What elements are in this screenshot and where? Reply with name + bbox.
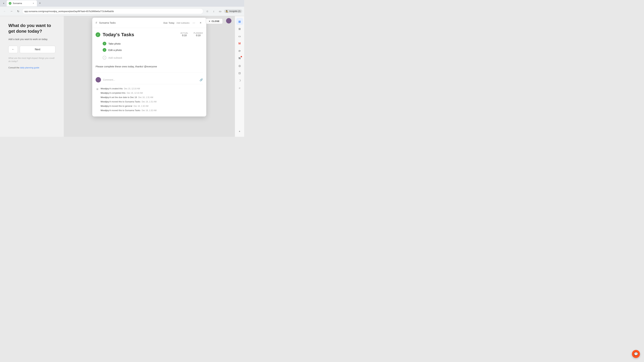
activity-time: Dec 16, 12:10 AM bbox=[127, 92, 143, 94]
sidebar-item-search[interactable]: ⌕ bbox=[236, 84, 243, 91]
url-text: app.sunsama.com/group/moodjoy_workspace/… bbox=[24, 10, 201, 12]
activity-icon: ▤ bbox=[96, 87, 99, 91]
task-note: Please complete these ones today, thanks… bbox=[96, 63, 203, 73]
download-btn[interactable]: ↓ bbox=[211, 8, 216, 14]
table-row: ▤ Moodjoy A created this Dec 15, 12:10 A… bbox=[96, 87, 203, 91]
activity-user: Moodjoy A bbox=[100, 109, 111, 112]
comment-input[interactable]: Comment... bbox=[103, 78, 198, 81]
tab-dropdown-btn[interactable]: ▾ bbox=[1, 1, 6, 6]
list-item[interactable]: ✓ Take photo bbox=[96, 41, 203, 46]
activity-icon-4 bbox=[96, 100, 99, 104]
back-button[interactable]: ← bbox=[8, 46, 18, 53]
activity-action: created this bbox=[111, 87, 123, 90]
sidebar-item-target[interactable]: ◎ bbox=[236, 62, 243, 69]
subtask-label: Take photo bbox=[108, 42, 120, 45]
activity-text: Moodjoy A moved this to Sunsama Tasks De… bbox=[100, 100, 156, 104]
tab-bar: ▾ S Sunsama × + bbox=[0, 0, 244, 7]
address-bar-row: ← → ↻ app.sunsama.com/group/moodjoy_work… bbox=[0, 7, 244, 16]
list-item[interactable]: ✓ Edit a photo bbox=[96, 47, 203, 53]
planned-label: PLANNED bbox=[194, 32, 203, 34]
sidebar-item-grid[interactable]: ⊞ bbox=[236, 25, 243, 32]
left-panel-buttons: ← Next bbox=[8, 46, 55, 53]
next-button[interactable]: Next bbox=[20, 46, 55, 53]
activity-icon-6 bbox=[96, 109, 99, 112]
modal-more-btn[interactable]: ⋯ bbox=[192, 20, 196, 25]
left-panel-hint: What are the most high-impact things you… bbox=[8, 56, 55, 63]
attach-icon[interactable]: 🔗 bbox=[200, 78, 203, 81]
activity-text: Moodjoy A created this Dec 15, 12:10 AM bbox=[100, 87, 140, 90]
address-bar[interactable]: app.sunsama.com/group/moodjoy_workspace/… bbox=[22, 8, 203, 14]
activity-user: Moodjoy A bbox=[100, 92, 111, 94]
sidebar-item-notion[interactable]: N bbox=[236, 55, 243, 62]
add-subtask-row[interactable]: + Add subtask bbox=[96, 55, 203, 60]
activity-icon-5 bbox=[96, 105, 99, 108]
close-x-icon: × bbox=[209, 20, 210, 22]
activity-user: Moodjoy A bbox=[100, 96, 111, 98]
active-tab[interactable]: S Sunsama × bbox=[7, 0, 37, 6]
modal-close-btn[interactable]: × bbox=[198, 20, 203, 25]
daily-planning-guide-link[interactable]: daily planning guide bbox=[20, 66, 39, 69]
tab-close-btn[interactable]: × bbox=[32, 2, 35, 5]
add-subtasks-btn[interactable]: Add subtasks bbox=[176, 22, 190, 24]
grid-icon: ⊞ bbox=[238, 27, 241, 30]
actual-time-col: ACTUAL 0:10 bbox=[180, 32, 188, 37]
table-row: Moodjoy A moved this to Sunsama Tasks De… bbox=[96, 100, 203, 104]
add-icon: + bbox=[239, 130, 240, 133]
activity-user: Moodjoy A bbox=[100, 100, 111, 103]
modal-channel-name: Sunsama Tasks bbox=[99, 21, 116, 24]
sidebar-item-add[interactable]: + bbox=[236, 128, 243, 135]
star-btn[interactable]: ☆ bbox=[204, 8, 210, 14]
activity-time: Dec 16, 1:32 AM bbox=[134, 105, 148, 107]
subtask-label: Edit a photo bbox=[108, 49, 122, 51]
sidebar-item-archive[interactable]: ⊡ bbox=[236, 70, 243, 76]
activity-action: set the due date to Dec 16 bbox=[111, 96, 138, 98]
task-detail-modal: # Sunsama Tasks Due: Today Add subtasks … bbox=[92, 18, 206, 116]
task-complete-icon: ✓ bbox=[96, 32, 100, 37]
sidebar-item-sidebar[interactable]: ▭ bbox=[236, 33, 243, 39]
planned-time-col: PLANNED 0:10 bbox=[194, 32, 203, 37]
daily-planning-link: Consult the daily planning guide bbox=[8, 66, 55, 69]
forward-btn[interactable]: → bbox=[9, 8, 14, 14]
incognito-label: Incognito (2) bbox=[229, 10, 240, 12]
close-overlay-button[interactable]: × CLOSE bbox=[206, 18, 223, 24]
table-row: Moodjoy A completed this Dec 16, 12:10 A… bbox=[96, 91, 203, 95]
activity-user: Moodjoy A bbox=[100, 87, 111, 90]
activity-icon-3 bbox=[96, 96, 99, 99]
gmail-icon: M bbox=[238, 42, 241, 45]
incognito-badge[interactable]: 🕵 Incognito (2) bbox=[224, 9, 242, 13]
sidebar-item-moon[interactable]: ☽ bbox=[236, 77, 243, 84]
back-btn[interactable]: ← bbox=[2, 8, 8, 14]
activity-time: Dec 16, 1:31 AM bbox=[142, 100, 156, 103]
activity-text: Moodjoy A set the due date to Dec 16 Dec… bbox=[100, 96, 153, 99]
table-row: Moodjoy A moved this to general Dec 16, … bbox=[96, 104, 203, 108]
left-panel-subtitle: Add a task you want to work on today. bbox=[8, 37, 55, 41]
activity-time: Dec 16, 1:31 AM bbox=[138, 96, 153, 98]
sidebar-icon: ▭ bbox=[238, 35, 241, 38]
toolbar-icons: ☆ ↓ ▭ bbox=[204, 8, 223, 14]
activity-text: Moodjoy A completed this Dec 16, 12:10 A… bbox=[100, 91, 143, 95]
target-icon: ◎ bbox=[238, 64, 241, 67]
sidebar-item-gmail[interactable]: M bbox=[236, 40, 243, 47]
activity-log: ▤ Moodjoy A created this Dec 15, 12:10 A… bbox=[96, 87, 203, 112]
calendar-icon: ▦ bbox=[238, 20, 241, 23]
activity-icon-2 bbox=[96, 92, 99, 95]
activity-text: Moodjoy A moved this to Sunsama Tasks De… bbox=[100, 109, 156, 112]
sidebar-toggle-btn[interactable]: ▭ bbox=[217, 8, 223, 14]
modal-body: ✓ Today's Tasks ACTUAL 0:10 PLANNED 0:10 bbox=[92, 28, 206, 116]
table-row: Moodjoy A set the due date to Dec 16 Dec… bbox=[96, 96, 203, 99]
reload-btn[interactable]: ↻ bbox=[16, 8, 21, 14]
left-panel: What do you want to get done today? Add … bbox=[0, 16, 64, 137]
actual-label: ACTUAL bbox=[180, 32, 188, 34]
actual-value: 0:10 bbox=[180, 34, 188, 37]
comment-avatar bbox=[96, 77, 101, 82]
activity-time: Dec 15, 12:10 AM bbox=[124, 87, 140, 90]
activity-user: Moodjoy A bbox=[100, 105, 111, 107]
modal-overlay: # Sunsama Tasks Due: Today Add subtasks … bbox=[64, 16, 235, 137]
task-title-row: ✓ Today's Tasks ACTUAL 0:10 PLANNED 0:10 bbox=[96, 32, 203, 37]
task-time-info: ACTUAL 0:10 PLANNED 0:10 bbox=[180, 32, 203, 37]
sidebar-item-calendar[interactable]: ▦ bbox=[236, 18, 243, 25]
new-tab-btn[interactable]: + bbox=[38, 1, 42, 6]
modal-header: # Sunsama Tasks Due: Today Add subtasks … bbox=[92, 18, 206, 28]
sidebar-item-refresh[interactable]: ⟳ bbox=[236, 48, 243, 54]
left-panel-title: What do you want to get done today? bbox=[8, 23, 55, 34]
